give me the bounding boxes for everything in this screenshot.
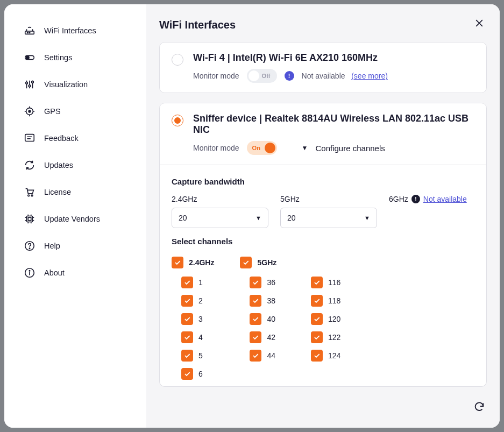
sidebar-item-label: Visualization: [44, 80, 88, 89]
channel-checkbox[interactable]: [311, 313, 323, 325]
sidebar: WiFi Interfaces Settings Visualization G…: [4, 4, 146, 428]
info-badge-icon: !: [285, 71, 294, 81]
not-available-text: Not available: [302, 72, 345, 80]
channel-number: 2: [198, 296, 203, 305]
channel-number: 38: [267, 296, 275, 305]
channel-checkbox[interactable]: [181, 368, 193, 380]
configure-dropdown-arrow[interactable]: ▼: [302, 144, 308, 152]
channel-checkbox[interactable]: [311, 277, 323, 288]
sidebar-item-gps[interactable]: GPS: [4, 98, 146, 125]
channel-checkbox[interactable]: [181, 295, 193, 307]
monitor-mode-label: Monitor mode: [193, 144, 239, 152]
channel-item: 3: [181, 313, 214, 325]
bandwidth-6-label: 6GHz: [389, 195, 408, 203]
bandwidth-5-label: 5GHz: [280, 195, 377, 203]
checkbox-5-all[interactable]: [240, 257, 252, 268]
close-button[interactable]: [472, 17, 487, 32]
channel-checkbox[interactable]: [311, 350, 323, 362]
channel-checkbox[interactable]: [181, 331, 193, 343]
chevron-down-icon: ▼: [255, 215, 261, 221]
sidebar-item-settings[interactable]: Settings: [4, 44, 146, 71]
interface-card-wifi4: Wi-Fi 4 | Intel(R) Wi-Fi 6E AX210 160MHz…: [159, 42, 487, 93]
capture-bandwidth-heading: Capture bandwidth: [172, 177, 474, 186]
channel-checkbox[interactable]: [181, 313, 193, 325]
channel-number: 118: [328, 296, 340, 305]
channel-number: 5: [198, 351, 203, 360]
svg-point-18: [29, 271, 30, 271]
interface-radio[interactable]: [172, 115, 183, 126]
sidebar-item-feedback[interactable]: Feedback: [4, 125, 146, 152]
bandwidth-5-select[interactable]: 20 ▼: [280, 208, 377, 228]
channel-item: 124: [311, 349, 340, 362]
channel-item: 40: [250, 313, 275, 325]
svg-point-9: [29, 110, 31, 112]
group-label: 5GHz: [257, 258, 276, 267]
channel-checkbox[interactable]: [250, 331, 261, 343]
sidebar-item-about[interactable]: About: [4, 259, 146, 286]
channel-number: 42: [267, 333, 275, 342]
sidebar-item-label: WiFi Interfaces: [44, 26, 96, 35]
interface-title: Sniffer device | Realtek 8814AU Wireless…: [193, 113, 474, 136]
channel-number: 44: [267, 351, 275, 360]
channel-number: 116: [328, 278, 340, 287]
interface-radio[interactable]: [172, 54, 183, 66]
refresh-icon: [24, 159, 36, 171]
channel-checkbox[interactable]: [250, 313, 261, 325]
channel-checkbox[interactable]: [311, 331, 323, 343]
group-label: 2.4GHz: [189, 258, 214, 267]
sidebar-item-help[interactable]: Help: [4, 232, 146, 259]
see-more-link[interactable]: (see more): [351, 72, 388, 80]
channel-item: 116: [311, 276, 340, 289]
info-icon: [24, 267, 36, 279]
sidebar-item-label: About: [44, 268, 65, 277]
refresh-icon: [473, 401, 485, 414]
sidebar-item-label: Settings: [44, 53, 72, 62]
channel-checkbox[interactable]: [250, 350, 261, 362]
toggle-icon: [24, 52, 36, 63]
svg-point-5: [26, 82, 28, 84]
channel-checkbox[interactable]: [250, 277, 261, 288]
bandwidth-24-select[interactable]: 20 ▼: [172, 208, 268, 228]
channels-scroll[interactable]: 2.4GHz 1234567 5GHz 3638404244 116118120…: [172, 254, 474, 386]
channel-checkbox[interactable]: [181, 277, 193, 288]
warning-icon: !: [411, 195, 420, 203]
channel-item: 4: [181, 331, 214, 344]
sidebar-item-label: Feedback: [44, 134, 79, 143]
sliders-icon: [24, 79, 36, 90]
not-available-link[interactable]: Not available: [423, 195, 467, 203]
channel-number: 3: [198, 315, 203, 323]
refresh-button[interactable]: [472, 400, 487, 415]
channel-number: 40: [267, 315, 275, 323]
monitor-mode-toggle[interactable]: Off: [247, 69, 277, 83]
checkbox-24-all[interactable]: [172, 257, 183, 268]
sidebar-item-update-vendors[interactable]: Update Vendors: [4, 206, 146, 232]
cart-icon: [24, 186, 36, 198]
page-title: WiFi Interfaces: [159, 19, 236, 31]
channel-checkbox[interactable]: [250, 295, 261, 307]
svg-point-1: [27, 32, 28, 33]
channel-item: 118: [311, 294, 340, 307]
svg-point-12: [31, 195, 33, 196]
sidebar-item-wifi-interfaces[interactable]: WiFi Interfaces: [4, 17, 146, 44]
sidebar-item-updates[interactable]: Updates: [4, 152, 146, 179]
sidebar-item-label: GPS: [44, 107, 61, 116]
configure-channels-label[interactable]: Configure channels: [315, 144, 385, 153]
channel-item: 1: [181, 276, 214, 289]
sidebar-item-label: Update Vendors: [44, 215, 100, 223]
sidebar-item-visualization[interactable]: Visualization: [4, 71, 146, 98]
sidebar-item-license[interactable]: License: [4, 179, 146, 206]
svg-point-2: [29, 32, 30, 33]
channel-checkbox[interactable]: [181, 350, 193, 362]
channel-item: 122: [311, 331, 340, 344]
svg-point-11: [28, 195, 30, 196]
channel-number: 4: [198, 333, 203, 342]
monitor-mode-toggle[interactable]: On: [247, 141, 277, 155]
crosshair-icon: [24, 105, 36, 117]
channel-checkbox[interactable]: [311, 295, 323, 307]
chevron-down-icon: ▼: [364, 215, 370, 221]
bandwidth-24-label: 2.4GHz: [172, 195, 268, 203]
close-icon: [474, 18, 485, 32]
channel-number: 122: [328, 333, 340, 342]
svg-rect-14: [28, 217, 31, 221]
sidebar-item-label: License: [44, 188, 71, 196]
